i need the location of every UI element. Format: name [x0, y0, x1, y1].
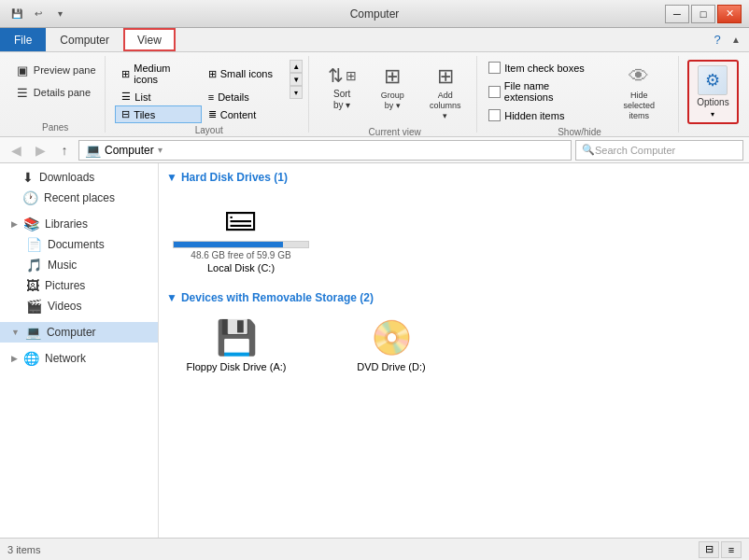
tab-file[interactable]: File: [0, 28, 46, 51]
list-icon: ☰: [121, 91, 131, 103]
search-box[interactable]: 🔍 Search Computer: [575, 140, 743, 161]
item-checkboxes-toggle[interactable]: Item check boxes: [487, 60, 601, 76]
layout-medium-icons[interactable]: ⊞ Medium icons: [115, 60, 201, 88]
close-button[interactable]: ✕: [717, 5, 742, 23]
sidebar-item-downloads[interactable]: ⬇ Downloads: [0, 167, 158, 188]
devices-section: ▼ Devices with Removable Storage (2) 💾 F…: [166, 291, 742, 379]
current-view-label: Current view: [369, 125, 421, 137]
nav-back-button[interactable]: ◀: [6, 140, 26, 161]
ribbon: File Computer View ? ▲ ▣ Preview pane ☰ …: [0, 28, 749, 137]
nav-forward-button[interactable]: ▶: [30, 140, 50, 161]
options-dropdown-arrow: ▾: [711, 110, 714, 119]
documents-label: Documents: [48, 238, 105, 251]
ribbon-group-options: ⚙ Options ▾: [683, 56, 743, 133]
nav-up-button[interactable]: ↑: [54, 140, 75, 161]
layout-list[interactable]: ☰ List: [115, 88, 201, 105]
qa-save-btn[interactable]: 💾: [7, 6, 26, 22]
hdd-drive-icon: 🖴: [224, 198, 258, 237]
address-text: Computer: [105, 144, 154, 157]
options-icon: ⚙: [705, 70, 720, 91]
libraries-icon: 📚: [23, 217, 39, 231]
floppy-label: Floppy Disk Drive (A:): [187, 361, 287, 372]
filename-extensions-box: [488, 86, 501, 98]
devices-list: 💾 Floppy Disk Drive (A:) 📀 DVD Drive (D:…: [166, 312, 742, 379]
preview-pane-btn[interactable]: ▣ Preview pane: [10, 60, 101, 80]
layout-scroll-down[interactable]: ▼: [290, 73, 303, 86]
sidebar-item-computer[interactable]: ▼ 💻 Computer: [0, 322, 158, 343]
ribbon-content: ▣ Preview pane ☰ Details pane Panes ⊞ Me…: [0, 52, 749, 136]
sidebar-item-videos[interactable]: 🎬 Videos: [0, 296, 158, 316]
sidebar-item-libraries[interactable]: ▶ 📚 Libraries: [0, 214, 158, 234]
minimize-button[interactable]: ─: [665, 5, 689, 23]
hidden-items-toggle[interactable]: Hidden items: [487, 107, 601, 123]
showhide-label: Show/hide: [558, 125, 601, 137]
filename-extensions-toggle[interactable]: File name extensions: [487, 78, 601, 105]
tab-computer[interactable]: Computer: [46, 28, 123, 51]
recent-label: Recent places: [44, 191, 115, 204]
downloads-label: Downloads: [39, 171, 94, 184]
layout-scrollbar: ▲ ▼ ▾: [290, 60, 303, 99]
tab-view[interactable]: View: [123, 28, 176, 51]
group-by-button[interactable]: ⊞ Groupby ▾: [369, 60, 416, 116]
options-button[interactable]: ⚙ Options ▾: [687, 60, 738, 124]
view-toggle-list[interactable]: ⊟: [699, 541, 719, 558]
pictures-icon: 🖼: [26, 278, 39, 293]
quick-access-toolbar: 💾 ↩ ▾: [7, 6, 69, 22]
sort-by-button[interactable]: ⇅ ⊞ Sortby ▾: [318, 60, 365, 116]
window-controls: ─ □ ✕: [665, 5, 742, 23]
add-columns-label: Addcolumns ▾: [428, 91, 462, 120]
qa-undo-btn[interactable]: ↩: [29, 6, 48, 22]
layout-scroll-all[interactable]: ▾: [290, 86, 303, 99]
sidebar-item-music[interactable]: 🎵 Music: [0, 255, 158, 275]
ribbon-group-current-view: ⇅ ⊞ Sortby ▾ ⊞ Groupby ▾ ⊞ Addcolumns ▾ …: [313, 56, 477, 133]
details-icon: ≡: [208, 91, 214, 103]
devices-section-header: ▼ Devices with Removable Storage (2): [166, 291, 742, 304]
sort-arrows-icon: ⇅: [328, 64, 344, 87]
ribbon-collapse-button[interactable]: ▲: [727, 32, 745, 49]
computer-label: Computer: [47, 326, 96, 339]
help-button[interactable]: ?: [708, 32, 727, 49]
network-expand-icon: ▶: [11, 354, 18, 363]
content-area: ▼ Hard Disk Drives (1) 🖴 48.6 GB free of…: [159, 163, 749, 538]
layout-details[interactable]: ≡ Details: [202, 88, 288, 105]
main-area: ⬇ Downloads 🕐 Recent places ▶ 📚 Librarie…: [0, 163, 749, 538]
showhide-content: Item check boxes File name extensions Hi…: [487, 56, 672, 125]
ribbon-group-layout: ⊞ Medium icons ⊞ Small icons ☰ List ≡: [109, 56, 309, 133]
device-floppy[interactable]: 💾 Floppy Disk Drive (A:): [166, 312, 306, 379]
small-icons-icon: ⊞: [208, 68, 217, 80]
maximize-button[interactable]: □: [691, 5, 715, 23]
view-toggle-details[interactable]: ≡: [721, 541, 742, 558]
status-bar: 3 items ⊟ ≡: [0, 538, 749, 560]
details-pane-icon: ☰: [15, 85, 30, 100]
add-columns-button[interactable]: ⊞ Addcolumns ▾: [419, 60, 471, 125]
sidebar-item-pictures[interactable]: 🖼 Pictures: [0, 275, 158, 296]
hdd-space-text: 48.6 GB free of 59.9 GB: [191, 250, 290, 260]
layout-content[interactable]: ≣ Content: [202, 105, 288, 123]
sidebar-item-network[interactable]: ▶ 🌐 Network: [0, 348, 158, 369]
layout-tiles[interactable]: ⊟ Tiles: [115, 105, 201, 123]
hdd-arrow: ▼: [166, 171, 177, 184]
details-pane-btn[interactable]: ☰ Details pane: [10, 82, 95, 103]
panes-group-content: ▣ Preview pane ☰ Details pane: [10, 56, 101, 120]
qa-dropdown-btn[interactable]: ▾: [50, 6, 69, 22]
computer-expand-icon: ▼: [11, 328, 20, 337]
videos-label: Videos: [48, 300, 81, 313]
sidebar-item-recent[interactable]: 🕐 Recent places: [0, 188, 158, 208]
layout-list: ⊞ Medium icons ⊞ Small icons ☰ List ≡: [115, 60, 288, 123]
layout-small-icons[interactable]: ⊞ Small icons: [202, 60, 288, 88]
hdd-section-header: ▼ Hard Disk Drives (1): [166, 171, 742, 184]
dvd-icon: 📀: [371, 318, 413, 357]
address-path[interactable]: 💻 Computer ▾: [78, 140, 572, 161]
music-label: Music: [48, 259, 77, 272]
devices-header-text: Devices with Removable Storage (2): [181, 291, 374, 304]
downloads-icon: ⬇: [22, 170, 34, 185]
options-icon-wrapper: ⚙: [698, 65, 728, 95]
hdd-item-c[interactable]: 🖴 48.6 GB free of 59.9 GB Local Disk (C:…: [166, 191, 316, 280]
sidebar-item-documents[interactable]: 📄 Documents: [0, 234, 158, 255]
details-pane-label: Details pane: [34, 87, 91, 98]
options-content: ⚙ Options ▾: [687, 56, 738, 131]
layout-scroll-up[interactable]: ▲: [290, 60, 303, 73]
libraries-expand-icon: ▶: [11, 219, 18, 229]
hide-selected-button[interactable]: 👁 Hide selecteditems: [606, 60, 672, 125]
device-dvd[interactable]: 📀 DVD Drive (D:): [321, 312, 461, 379]
